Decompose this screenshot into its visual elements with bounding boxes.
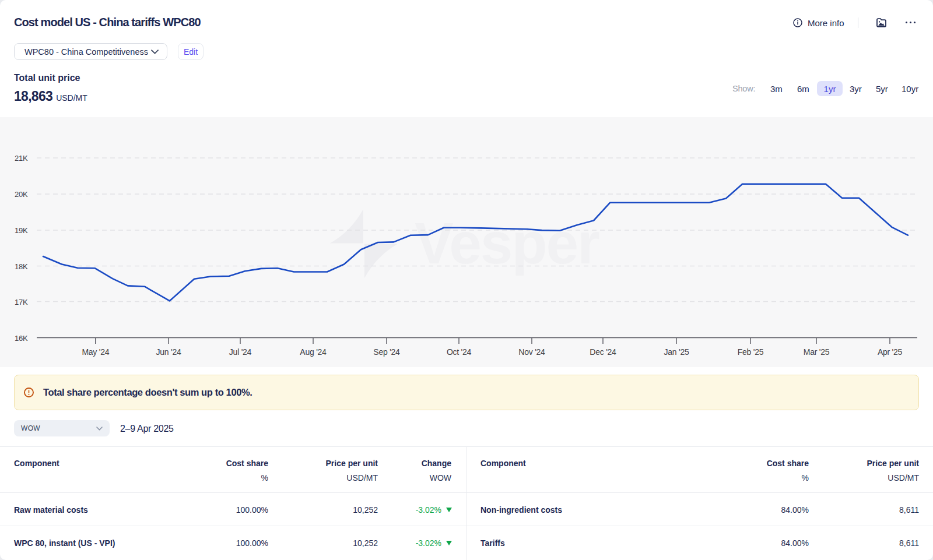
svg-text:Jun '24: Jun '24 (156, 347, 181, 357)
svg-text:Feb '25: Feb '25 (738, 347, 764, 357)
svg-text:Nov '24: Nov '24 (518, 347, 545, 357)
svg-text:18K: 18K (15, 262, 28, 271)
svg-text:17K: 17K (15, 298, 28, 307)
svg-text:Oct '24: Oct '24 (447, 347, 472, 357)
svg-text:May '24: May '24 (82, 347, 109, 357)
svg-text:Apr '25: Apr '25 (878, 347, 903, 357)
svg-text:Mar '25: Mar '25 (804, 347, 830, 357)
svg-text:20K: 20K (15, 190, 28, 199)
svg-text:Dec '24: Dec '24 (590, 347, 616, 357)
svg-text:Jan '25: Jan '25 (664, 347, 689, 357)
svg-text:21K: 21K (15, 154, 28, 163)
svg-text:Aug '24: Aug '24 (300, 347, 327, 357)
svg-text:19K: 19K (15, 226, 28, 235)
svg-text:Jul '24: Jul '24 (229, 347, 252, 357)
svg-text:Sep '24: Sep '24 (373, 347, 400, 357)
svg-text:16K: 16K (15, 334, 28, 343)
